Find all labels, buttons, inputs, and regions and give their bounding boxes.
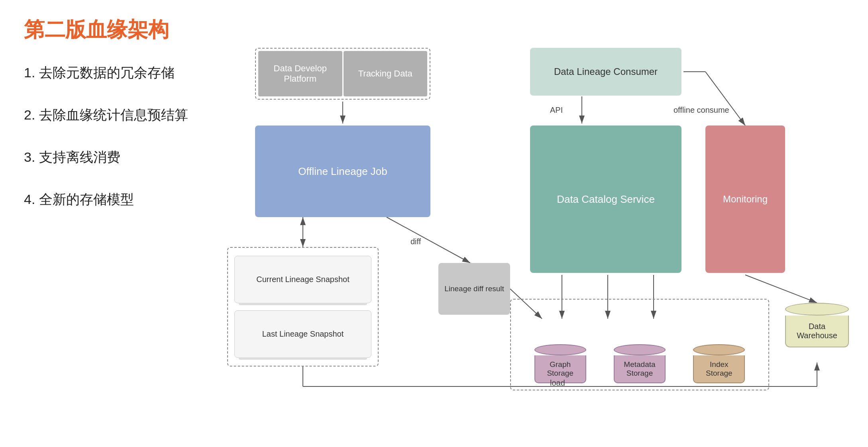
metadata-storage-cyl: Metadata Storage xyxy=(614,344,666,383)
monitoring-box: Monitoring xyxy=(705,125,785,273)
warehouse-cyl-top xyxy=(785,303,849,316)
svg-line-4 xyxy=(387,217,470,263)
develop-platform-label: Data Develop Platform xyxy=(258,51,342,96)
current-snapshot: Current Lineage Snapshot xyxy=(234,256,371,303)
diagram: Data Develop Platform Tracking Data Offl… xyxy=(215,40,845,430)
catalog-box: Data Catalog Service xyxy=(530,125,681,273)
meta-cyl-body: Metadata Storage xyxy=(614,355,666,383)
last-snapshot: Last Lineage Snapshot xyxy=(234,310,371,358)
index-cyl-top xyxy=(693,344,745,355)
offline-job-box: Offline Lineage Job xyxy=(255,125,430,217)
bullet-3: 3. 支持离线消费 xyxy=(24,148,188,167)
bullet-1: 1. 去除元数据的冗余存储 xyxy=(24,64,188,82)
bullet-list: 1. 去除元数据的冗余存储 2. 去除血缘统计信息预结算 3. 支持离线消费 4… xyxy=(24,64,188,209)
offline-job-label: Offline Lineage Job xyxy=(298,165,387,178)
page-title: 第二版血缘架构 xyxy=(24,16,169,44)
api-label: API xyxy=(550,106,563,115)
warehouse-cyl-body: Data Warehouse xyxy=(785,316,849,347)
last-snapshot-label: Last Lineage Snapshot xyxy=(262,329,344,339)
consumer-box: Data Lineage Consumer xyxy=(530,48,681,96)
diff-label: diff xyxy=(410,237,421,246)
warehouse-cyl: Data Warehouse xyxy=(785,303,849,347)
current-snapshot-label: Current Lineage Snapshot xyxy=(256,275,350,284)
load-label: load xyxy=(550,378,565,388)
monitoring-label: Monitoring xyxy=(723,194,768,205)
index-storage-cyl: Index Storage xyxy=(693,344,745,383)
consumer-label: Data Lineage Consumer xyxy=(554,66,658,77)
index-cyl-body: Index Storage xyxy=(693,355,745,383)
snapshot-box: Current Lineage Snapshot Last Lineage Sn… xyxy=(227,247,379,367)
bullet-2: 2. 去除血缘统计信息预结算 xyxy=(24,106,188,124)
source-box: Data Develop Platform Tracking Data xyxy=(255,48,430,100)
bullet-4: 4. 全新的存储模型 xyxy=(24,190,188,209)
meta-cyl-top xyxy=(614,344,666,355)
svg-line-11 xyxy=(705,72,745,125)
graph-storage-cyl: Graph Storage xyxy=(534,344,586,383)
offline-consume-label: offline consume xyxy=(674,106,729,115)
tracking-data-label: Tracking Data xyxy=(344,51,428,96)
catalog-label: Data Catalog Service xyxy=(557,193,655,206)
graph-cyl-top xyxy=(534,344,586,355)
diff-result-box: Lineage diff result xyxy=(438,263,510,315)
diff-result-label: Lineage diff result xyxy=(444,284,504,293)
storage-dashed-box: Graph Storage Metadata Storage Index Sto… xyxy=(510,299,769,390)
